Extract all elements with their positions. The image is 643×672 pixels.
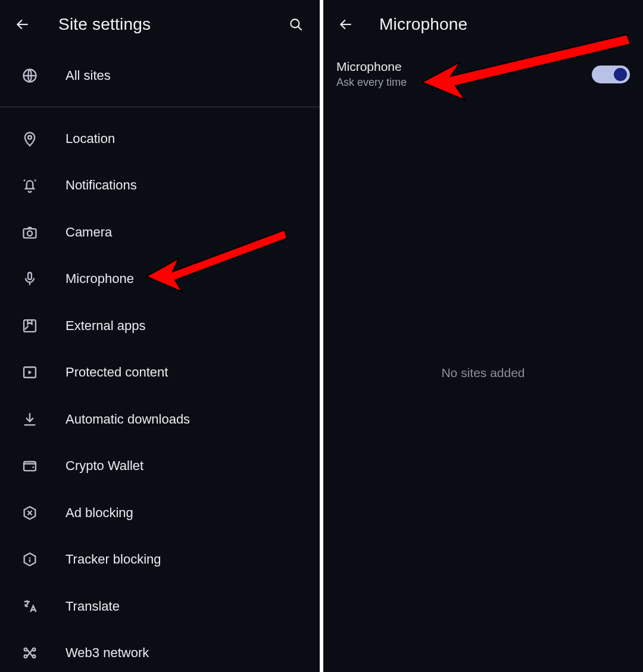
search-button[interactable] xyxy=(283,11,309,38)
setting-item-label: Camera xyxy=(65,225,112,240)
setting-item-tracker-blocking[interactable]: Tracker blocking xyxy=(0,536,320,583)
svg-point-20 xyxy=(29,558,31,559)
svg-point-23 xyxy=(33,648,36,651)
setting-item-label: Web3 network xyxy=(65,645,149,661)
setting-item-microphone[interactable]: Microphone xyxy=(0,256,320,303)
toggle-title: Microphone xyxy=(336,60,407,74)
svg-rect-14 xyxy=(24,462,36,471)
setting-item-label: Automatic downloads xyxy=(65,412,190,427)
setting-item-label: All sites xyxy=(65,68,111,83)
setting-item-external-apps[interactable]: External apps xyxy=(0,303,320,350)
appbar: Microphone xyxy=(323,0,643,49)
setting-item-label: Tracker blocking xyxy=(65,552,161,567)
page-title: Site settings xyxy=(58,15,151,34)
setting-item-label: Microphone xyxy=(65,271,134,287)
setting-item-crypto-wallet[interactable]: Crypto Wallet xyxy=(0,443,320,490)
web3-network-icon xyxy=(21,645,38,661)
setting-item-label: Crypto Wallet xyxy=(65,458,143,474)
setting-item-label: Ad blocking xyxy=(65,505,133,521)
svg-marker-11 xyxy=(29,371,32,375)
setting-item-automatic-downloads[interactable]: Automatic downloads xyxy=(0,396,320,443)
page-title: Microphone xyxy=(379,15,467,34)
setting-item-label: Translate xyxy=(65,599,120,614)
setting-item-all-sites[interactable]: All sites xyxy=(0,52,320,99)
svg-point-15 xyxy=(32,466,34,468)
setting-item-protected-content[interactable]: Protected content xyxy=(0,349,320,396)
setting-item-label: External apps xyxy=(65,318,146,334)
svg-rect-7 xyxy=(28,273,32,280)
setting-item-notifications[interactable]: Notifications xyxy=(0,162,320,209)
empty-state-text: No sites added xyxy=(323,366,643,380)
microphone-screen: Microphone Microphone Ask every time No … xyxy=(323,0,643,672)
microphone-switch[interactable] xyxy=(592,66,630,83)
arrow-left-icon xyxy=(338,17,354,32)
back-button[interactable] xyxy=(333,11,359,38)
setting-item-label: Location xyxy=(65,131,115,147)
external-apps-icon xyxy=(21,318,38,334)
toggle-subtitle: Ask every time xyxy=(336,76,407,89)
appbar: Site settings xyxy=(0,0,320,49)
search-icon xyxy=(288,17,304,32)
setting-item-location[interactable]: Location xyxy=(0,116,320,163)
setting-item-translate[interactable]: Translate xyxy=(0,583,320,630)
divider xyxy=(0,107,320,107)
location-pin-icon xyxy=(21,130,38,147)
switch-knob xyxy=(614,68,627,81)
back-button[interactable] xyxy=(10,11,36,38)
svg-point-1 xyxy=(291,19,299,27)
download-icon xyxy=(21,411,38,428)
svg-point-6 xyxy=(27,231,32,235)
svg-line-2 xyxy=(298,26,301,30)
setting-item-camera[interactable]: Camera xyxy=(0,209,320,256)
bell-icon xyxy=(21,177,38,194)
translate-icon xyxy=(21,598,38,615)
setting-item-ad-blocking[interactable]: Ad blocking xyxy=(0,490,320,537)
camera-icon xyxy=(21,224,38,241)
svg-point-24 xyxy=(24,655,27,658)
arrow-left-icon xyxy=(15,17,30,32)
svg-rect-9 xyxy=(24,320,36,332)
microphone-icon xyxy=(21,270,38,287)
setting-item-label: Protected content xyxy=(65,365,168,380)
svg-rect-5 xyxy=(24,229,36,238)
ad-blocking-icon xyxy=(21,505,38,521)
wallet-icon xyxy=(21,458,38,474)
globe-icon xyxy=(21,67,38,84)
setting-item-web3-network[interactable]: Web3 network xyxy=(0,630,320,672)
svg-point-25 xyxy=(33,655,36,658)
setting-item-label: Notifications xyxy=(65,178,137,193)
site-settings-screen: Site settings All sites xyxy=(0,0,320,672)
tracker-blocking-icon xyxy=(21,551,38,568)
microphone-toggle-row[interactable]: Microphone Ask every time xyxy=(323,49,643,89)
svg-point-4 xyxy=(28,136,32,139)
svg-point-22 xyxy=(24,648,27,651)
protected-content-icon xyxy=(21,364,38,381)
